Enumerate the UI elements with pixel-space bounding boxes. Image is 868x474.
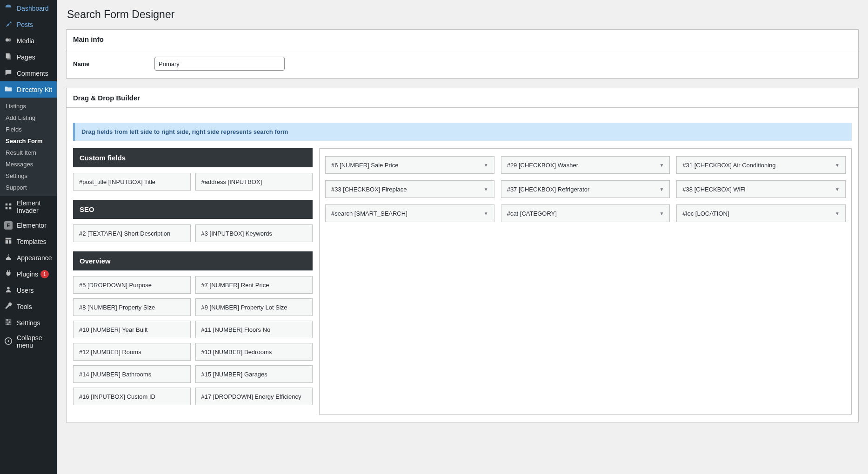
form-field[interactable]: #loc [LOCATION] ▼ [676,204,846,222]
form-field-label: #search [SMART_SEARCH] [331,210,407,217]
submenu-item-search-form[interactable]: Search Form [0,135,57,147]
available-field[interactable]: #12 [NUMBER] Rooms [73,343,191,361]
available-field[interactable]: #2 [TEXTAREA] Short Description [73,224,191,242]
sidebar-item-label: Media [17,37,34,45]
pin-icon [4,20,13,29]
sidebar-item-tools[interactable]: Tools [0,298,57,315]
sidebar-item-label: Dashboard [17,5,49,12]
available-field[interactable]: #16 [INPUTBOX] Custom ID [73,388,191,405]
sidebar-item-label: Elementor [17,222,47,229]
chevron-down-icon[interactable]: ▼ [835,211,840,216]
sidebar-item-pages[interactable]: Pages [0,49,57,65]
form-field[interactable]: #6 [NUMBER] Sale Price ▼ [325,156,494,174]
svg-rect-10 [6,240,8,244]
name-input[interactable] [154,57,285,71]
form-field[interactable]: #31 [CHECKBOX] Air Conditioning ▼ [676,156,846,174]
sidebar-item-posts[interactable]: Posts [0,16,57,33]
form-field-label: #29 [CHECKBOX] Washer [507,162,578,169]
section-title-seo: SEO [73,200,313,219]
main-info-card: Main info Name [66,29,859,79]
svg-rect-4 [7,54,11,59]
form-field-label: #37 [CHECKBOX] Refrigerator [507,186,590,193]
sidebar-item-elementor[interactable]: E Elementor [0,217,57,233]
comments-icon [4,68,13,78]
form-field-label: #cat [CATEGORY] [507,210,557,217]
available-field[interactable]: #13 [NUMBER] Bedrooms [195,343,313,361]
sidebar-item-media[interactable]: Media [0,33,57,49]
available-field[interactable]: #8 [NUMBER] Property Size [73,298,191,316]
grid-icon [4,202,13,212]
available-field[interactable]: #15 [NUMBER] Garages [195,365,313,383]
sidebar-item-directory-kit[interactable]: Directory Kit [0,81,57,98]
chevron-down-icon[interactable]: ▼ [484,211,488,216]
elementor-icon: E [4,221,13,230]
form-field-label: #38 [CHECKBOX] WiFi [682,186,745,193]
available-field[interactable]: #7 [NUMBER] Rent Price [195,276,313,294]
form-field[interactable]: #29 [CHECKBOX] Washer ▼ [501,156,670,174]
submenu-item-listings[interactable]: Listings [0,100,57,112]
form-field[interactable]: #cat [CATEGORY] ▼ [501,204,670,222]
wrench-icon [4,302,13,311]
sidebar-item-label: Posts [17,21,33,28]
templates-icon [4,237,13,246]
form-field[interactable]: #33 [CHECKBOX] Fireplace ▼ [325,180,494,198]
available-field[interactable]: #14 [NUMBER] Bathrooms [73,365,191,383]
chevron-down-icon[interactable]: ▼ [659,211,664,216]
sidebar-item-element-invader[interactable]: Element Invader [0,196,57,217]
sidebar-item-comments[interactable]: Comments [0,65,57,81]
svg-rect-11 [9,240,11,244]
svg-rect-7 [6,207,8,209]
folder-icon [4,85,13,94]
submenu-item-result-item[interactable]: Result Item [0,147,57,158]
chevron-down-icon[interactable]: ▼ [659,187,664,192]
sidebar-item-label: Users [17,287,34,294]
sidebar-item-label: Settings [17,319,40,327]
form-field[interactable]: #38 [CHECKBOX] WiFi ▼ [676,180,846,198]
available-field[interactable]: #10 [NUMBER] Year Built [73,321,191,338]
plugins-update-badge: 1 [40,270,49,278]
sidebar-item-plugins[interactable]: Plugins 1 [0,266,57,282]
section-title-custom-fields: Custom fields [73,148,313,167]
sidebar-item-dashboard[interactable]: Dashboard [0,0,57,16]
available-field[interactable]: #post_title [INPUTBOX] Title [73,173,191,191]
svg-point-2 [8,38,11,41]
chevron-down-icon[interactable]: ▼ [835,163,840,168]
sidebar-item-label: Tools [17,303,32,310]
sidebar-item-collapse[interactable]: Collapse menu [0,331,57,352]
builder-form-fields[interactable]: #6 [NUMBER] Sale Price ▼ #29 [CHECKBOX] … [319,148,852,415]
form-field[interactable]: #37 [CHECKBOX] Refrigerator ▼ [501,180,670,198]
sidebar-item-users[interactable]: Users [0,282,57,298]
available-field[interactable]: #address [INPUTBOX] [195,173,313,191]
submenu-item-fields[interactable]: Fields [0,124,57,135]
chevron-down-icon[interactable]: ▼ [484,187,488,192]
svg-point-18 [7,323,9,325]
sidebar-item-appearance[interactable]: Appearance [0,250,57,266]
form-field[interactable]: #search [SMART_SEARCH] ▼ [325,204,494,222]
main-content: Search Form Designer Main info Name Drag… [57,0,868,474]
sidebar-item-settings[interactable]: Settings [0,315,57,331]
sidebar-submenu: Listings Add Listing Fields Search Form … [0,98,57,196]
chevron-down-icon[interactable]: ▼ [484,163,488,168]
available-field[interactable]: #9 [NUMBER] Property Lot Size [195,298,313,316]
submenu-item-add-listing[interactable]: Add Listing [0,112,57,124]
available-field[interactable]: #5 [DROPDOWN] Purpose [73,276,191,294]
available-field[interactable]: #11 [NUMBER] Floors No [195,321,313,338]
sidebar-item-templates[interactable]: Templates [0,233,57,250]
admin-sidebar: Dashboard Posts Media Pages Comments [0,0,57,474]
sidebar-item-label: Pages [17,53,35,61]
section-title-overview: Overview [73,251,313,270]
collapse-icon [4,337,13,347]
name-row: Name [73,57,852,71]
submenu-item-settings[interactable]: Settings [0,170,57,182]
available-field[interactable]: #3 [INPUTBOX] Keywords [195,224,313,242]
svg-rect-5 [6,203,8,205]
sidebar-item-label: Comments [17,70,48,77]
available-field[interactable]: #17 [DROPDOWN] Energy Efficiency [195,388,313,405]
chevron-down-icon[interactable]: ▼ [835,187,840,192]
chevron-down-icon[interactable]: ▼ [659,163,664,168]
svg-point-16 [7,319,8,321]
dashboard-icon [4,3,13,13]
submenu-item-messages[interactable]: Messages [0,158,57,170]
page-title: Search Form Designer [67,8,859,21]
submenu-item-support[interactable]: Support [0,182,57,193]
